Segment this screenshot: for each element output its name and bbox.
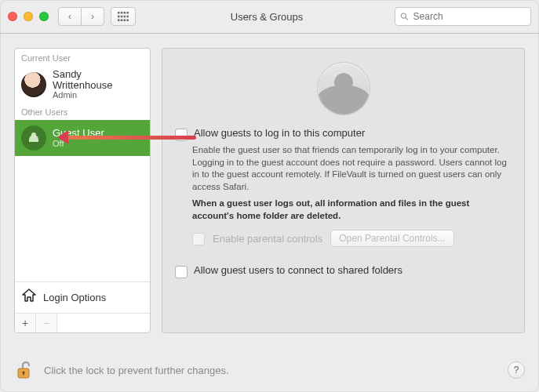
- allow-guest-login-warning: When a guest user logs out, all informat…: [192, 198, 512, 222]
- allow-shared-folders-checkbox[interactable]: [175, 266, 188, 278]
- svg-rect-4: [118, 16, 120, 18]
- titlebar: ‹ › Users & Groups: [0, 0, 539, 34]
- add-remove-row: + −: [15, 313, 150, 332]
- guest-user-status: Off: [53, 139, 104, 148]
- forward-button[interactable]: ›: [81, 7, 104, 26]
- back-button[interactable]: ‹: [58, 7, 82, 26]
- lock-text: Click the lock to prevent further change…: [44, 365, 229, 376]
- svg-rect-11: [126, 20, 129, 22]
- svg-rect-6: [124, 16, 126, 18]
- add-user-button[interactable]: +: [15, 314, 36, 332]
- svg-rect-5: [121, 16, 123, 18]
- main-panel: Allow guests to log in to this computer …: [162, 48, 525, 333]
- guest-user-name: Guest User: [53, 128, 104, 139]
- parental-controls-row: Enable parental controls Open Parental C…: [192, 230, 512, 247]
- current-user-row[interactable]: Sandy Writtenhouse Admin: [15, 66, 150, 103]
- allow-shared-folders-option[interactable]: Allow guest users to connect to shared f…: [175, 264, 512, 278]
- svg-rect-2: [124, 12, 126, 14]
- lock-button[interactable]: [14, 359, 36, 381]
- parental-controls-label: Enable parental controls: [213, 233, 322, 245]
- lock-open-icon: [16, 360, 35, 380]
- footer: Click the lock to prevent further change…: [14, 359, 525, 381]
- parental-controls-checkbox: [192, 233, 205, 245]
- other-users-header: Other Users: [15, 103, 150, 120]
- svg-rect-10: [124, 20, 126, 22]
- svg-rect-0: [118, 12, 120, 14]
- house-icon: [21, 289, 37, 307]
- svg-point-14: [31, 132, 36, 137]
- guest-user-icon: [21, 125, 46, 151]
- show-all-button[interactable]: [111, 7, 136, 26]
- allow-guest-login-description: Enable the guest user so that friends ca…: [192, 144, 512, 193]
- users-sidebar: Current User Sandy Writtenhouse Admin Ot…: [14, 48, 151, 333]
- svg-rect-1: [121, 12, 123, 14]
- search-icon: [400, 12, 409, 21]
- svg-rect-9: [121, 20, 123, 22]
- allow-guest-login-option[interactable]: Allow guests to log in to this computer: [175, 127, 512, 141]
- current-user-name: Sandy Writtenhouse: [53, 69, 144, 90]
- current-user-role: Admin: [53, 90, 144, 100]
- svg-line-13: [406, 18, 408, 20]
- login-options-button[interactable]: Login Options: [15, 281, 150, 313]
- zoom-icon[interactable]: [39, 12, 49, 21]
- svg-rect-17: [23, 372, 24, 376]
- allow-guest-login-label: Allow guests to log in to this computer: [194, 127, 365, 139]
- current-user-header: Current User: [15, 49, 150, 66]
- nav-buttons: ‹ ›: [58, 7, 104, 26]
- allow-guest-login-checkbox[interactable]: [175, 129, 188, 141]
- avatar: [21, 72, 46, 97]
- help-button[interactable]: ?: [508, 361, 525, 379]
- svg-rect-3: [126, 12, 129, 14]
- svg-rect-7: [126, 16, 129, 18]
- search-input[interactable]: [395, 7, 531, 26]
- open-parental-controls-button: Open Parental Controls...: [330, 230, 453, 247]
- svg-rect-8: [118, 20, 120, 22]
- avatar-placeholder-icon[interactable]: [318, 63, 370, 114]
- search-field[interactable]: [412, 10, 526, 23]
- minimize-icon[interactable]: [24, 12, 33, 21]
- window-controls: [8, 12, 49, 21]
- guest-user-row[interactable]: Guest User Off: [15, 120, 150, 156]
- allow-shared-folders-label: Allow guest users to connect to shared f…: [194, 264, 402, 276]
- remove-user-button[interactable]: −: [36, 314, 57, 332]
- svg-point-12: [401, 13, 406, 18]
- login-options-label: Login Options: [43, 292, 106, 303]
- close-icon[interactable]: [8, 12, 17, 21]
- window-title: Users & Groups: [139, 11, 395, 23]
